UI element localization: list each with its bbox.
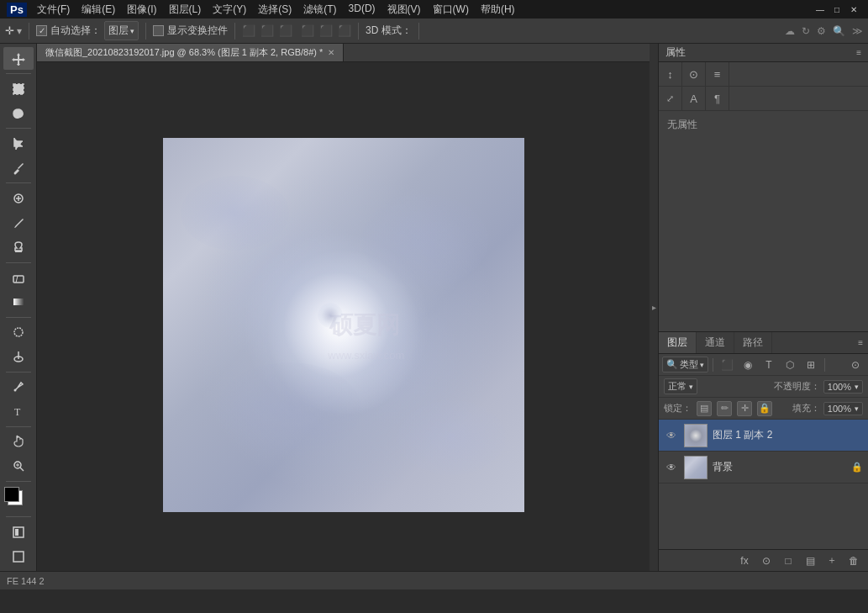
properties-menu-button[interactable]: ≡ bbox=[856, 48, 861, 57]
lasso-tool[interactable] bbox=[3, 102, 34, 124]
tab-close-button[interactable]: ✕ bbox=[328, 48, 334, 57]
layer-delete-button[interactable]: 🗑 bbox=[844, 552, 863, 569]
screen-mode-tool[interactable] bbox=[3, 545, 34, 568]
blend-mode-dropdown[interactable]: 正常 ▾ bbox=[664, 378, 697, 394]
distribute-center-icon[interactable]: ⬛ bbox=[319, 24, 333, 37]
dodge-tool[interactable] bbox=[3, 346, 34, 368]
more-icon[interactable]: ≫ bbox=[852, 25, 863, 37]
menu-edit[interactable]: 编辑(E) bbox=[76, 1, 120, 18]
foreground-color[interactable] bbox=[4, 487, 19, 502]
auto-select-dropdown[interactable]: 图层 ▾ bbox=[104, 21, 139, 40]
maximize-button[interactable]: □ bbox=[829, 2, 844, 17]
filter-shape-btn[interactable]: ⬡ bbox=[781, 357, 799, 373]
blend-chevron-icon: ▾ bbox=[689, 383, 693, 391]
auto-select-checkbox[interactable]: ✓ bbox=[36, 25, 47, 36]
layers-lock-row: 锁定： ▤ ✏ ✛ 🔒 填充： 100% ▾ bbox=[659, 398, 868, 420]
stamp-tool[interactable] bbox=[3, 235, 34, 258]
ps-logo: Ps bbox=[7, 3, 27, 17]
brush-tool[interactable] bbox=[3, 211, 34, 234]
layer-thumb-image bbox=[685, 457, 707, 478]
layer-fx-button[interactable]: fx bbox=[735, 552, 754, 569]
filter-text-btn[interactable]: T bbox=[760, 357, 778, 373]
props-icon-paragraph[interactable]: ¶ bbox=[706, 87, 729, 110]
tab-layers[interactable]: 图层 bbox=[659, 332, 697, 353]
transform-checkbox[interactable] bbox=[153, 25, 164, 36]
cloud-detail-4 bbox=[397, 400, 506, 475]
tab-paths[interactable]: 路径 bbox=[734, 332, 772, 353]
filter-pixel-btn[interactable]: ⬛ bbox=[718, 357, 736, 373]
layers-list: 👁 图层 1 副本 2 👁 背景 🔒 bbox=[659, 420, 868, 549]
layers-panel-menu[interactable]: ≡ bbox=[858, 338, 868, 347]
blur-tool[interactable] bbox=[3, 321, 34, 344]
layer-eye-toggle[interactable]: 👁 bbox=[664, 460, 679, 475]
lock-all-btn[interactable]: 🔒 bbox=[757, 401, 772, 416]
props-icon-transform[interactable]: ↕ bbox=[659, 62, 682, 86]
layer-new-button[interactable]: ＋ bbox=[823, 552, 841, 569]
pen-tool[interactable] bbox=[3, 376, 34, 399]
menu-window[interactable]: 窗口(W) bbox=[428, 1, 474, 18]
layer-group-button[interactable]: ▤ bbox=[801, 552, 819, 569]
heal-tool[interactable] bbox=[3, 187, 34, 209]
layer-mask-button[interactable]: ⊙ bbox=[757, 552, 776, 569]
filter-adj-btn[interactable]: ◉ bbox=[739, 357, 757, 373]
color-swatches[interactable] bbox=[4, 487, 33, 511]
svg-line-6 bbox=[16, 276, 18, 283]
crop-tool[interactable] bbox=[3, 132, 34, 155]
titlebar-controls: — □ ✕ bbox=[813, 2, 861, 17]
menu-file[interactable]: 文件(F) bbox=[32, 1, 75, 18]
align-left-icon[interactable]: ⬛ bbox=[242, 24, 255, 37]
right-collapse-handle[interactable]: ▸ bbox=[650, 44, 658, 571]
tab-channels[interactable]: 通道 bbox=[697, 332, 734, 353]
gradient-tool[interactable] bbox=[3, 291, 34, 314]
close-button[interactable]: ✕ bbox=[846, 2, 861, 17]
hand-tool[interactable] bbox=[3, 431, 34, 453]
fill-dropdown[interactable]: 100% ▾ bbox=[823, 402, 863, 415]
lock-transparent-btn[interactable]: ▤ bbox=[697, 401, 712, 416]
distribute-right-icon[interactable]: ⬛ bbox=[338, 24, 351, 37]
quick-mask-tool[interactable] bbox=[3, 521, 34, 543]
lock-move-btn[interactable]: ✛ bbox=[737, 401, 752, 416]
props-icon-text[interactable]: A bbox=[682, 87, 706, 110]
menu-3d[interactable]: 3D(D) bbox=[344, 1, 381, 18]
filter-toggle-btn[interactable]: ⊙ bbox=[846, 357, 865, 373]
menu-help[interactable]: 帮助(H) bbox=[476, 1, 520, 18]
opacity-dropdown[interactable]: 100% ▾ bbox=[823, 380, 863, 394]
properties-header: 属性 ≡ bbox=[659, 44, 868, 62]
props-icon-filter[interactable]: ≡ bbox=[706, 62, 729, 86]
move-tool[interactable] bbox=[3, 47, 34, 70]
props-icons-row: ↕ ⊙ ≡ bbox=[659, 62, 868, 87]
eraser-tool[interactable] bbox=[3, 267, 34, 289]
minimize-button[interactable]: — bbox=[813, 2, 828, 17]
fill-value: 100% bbox=[828, 404, 851, 414]
props-icon-curve[interactable]: ⤢ bbox=[659, 87, 682, 110]
search-icon2[interactable]: 🔍 bbox=[833, 25, 845, 37]
canvas-container[interactable]: 硕夏网 www.sxiaw.com bbox=[37, 62, 650, 571]
menu-layer[interactable]: 图层(L) bbox=[164, 1, 207, 18]
cloud-detail-1 bbox=[181, 176, 289, 251]
gear-icon[interactable]: ⚙ bbox=[817, 25, 826, 37]
layer-eye-toggle[interactable]: 👁 bbox=[664, 428, 679, 443]
eyedropper-tool[interactable] bbox=[3, 156, 34, 179]
zoom-tool[interactable] bbox=[3, 455, 34, 478]
document-tab[interactable]: 微信截图_20210823192017.jpg @ 68.3% (图层 1 副本… bbox=[37, 44, 344, 61]
menu-select[interactable]: 选择(S) bbox=[253, 1, 297, 18]
marquee-tool[interactable] bbox=[3, 77, 34, 100]
menu-text[interactable]: 文字(Y) bbox=[208, 1, 251, 18]
filter-smart-btn[interactable]: ⊞ bbox=[802, 357, 820, 373]
lock-paint-btn[interactable]: ✏ bbox=[717, 401, 732, 416]
distribute-left-icon[interactable]: ⬛ bbox=[301, 24, 314, 37]
menu-image[interactable]: 图像(I) bbox=[122, 1, 161, 18]
layer-item[interactable]: 👁 图层 1 副本 2 bbox=[659, 420, 868, 452]
align-center-icon[interactable]: ⬛ bbox=[260, 24, 274, 37]
align-right-icon[interactable]: ⬛ bbox=[279, 24, 292, 37]
layer-adjustment-button[interactable]: □ bbox=[779, 552, 797, 569]
canvas-area: 微信截图_20210823192017.jpg @ 68.3% (图层 1 副本… bbox=[37, 44, 650, 571]
text-tool[interactable]: T bbox=[3, 400, 34, 423]
menu-filter[interactable]: 滤镜(T) bbox=[298, 1, 341, 18]
svg-rect-0 bbox=[13, 84, 24, 94]
layer-item[interactable]: 👁 背景 🔒 bbox=[659, 452, 868, 484]
menu-view[interactable]: 视图(V) bbox=[382, 1, 426, 18]
fill-chevron-icon: ▾ bbox=[855, 404, 859, 413]
filter-type-dropdown[interactable]: 🔍 类型 ▾ bbox=[662, 357, 708, 373]
props-icon-style[interactable]: ⊙ bbox=[682, 62, 706, 86]
